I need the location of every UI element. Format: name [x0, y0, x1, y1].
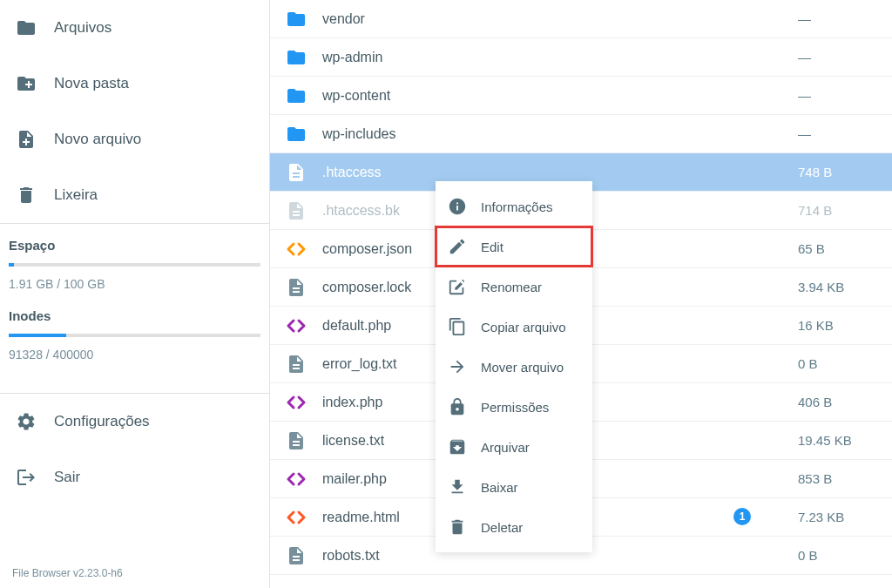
file-size: —: [798, 88, 876, 103]
sidebar-item-files[interactable]: Arquivos: [0, 0, 269, 56]
file-name: wp-content: [322, 88, 798, 104]
file-size: —: [798, 50, 876, 64]
logout-icon: [16, 467, 37, 488]
notification-badge[interactable]: 1: [733, 508, 751, 525]
file-name: wp-includes: [322, 126, 798, 142]
menu-label: Copiar arquivo: [481, 320, 566, 335]
folder-plus-icon: [16, 73, 37, 94]
file-plus-icon: [16, 129, 37, 150]
download-icon: [448, 477, 467, 497]
file-size: 3.94 KB: [798, 280, 876, 294]
file-size: —: [798, 11, 876, 26]
rename-icon: [448, 277, 467, 296]
menu-label: Mover arquivo: [481, 360, 564, 375]
main-panel: vendor—wp-admin—wp-content—wp-includes—.…: [270, 0, 892, 588]
info-icon: [448, 197, 467, 216]
file-size: 65 B: [798, 241, 876, 256]
sidebar-item-label: Sair: [54, 469, 80, 486]
menu-move[interactable]: Mover arquivo: [436, 347, 592, 387]
menu-label: Informações: [481, 199, 553, 214]
file-row[interactable]: wp-content—: [270, 77, 892, 115]
file-size: 16 KB: [798, 318, 876, 333]
sidebar-item-label: Novo arquivo: [54, 131, 141, 148]
file-size: 19.45 KB: [798, 433, 876, 448]
file-size: 714 B: [798, 203, 876, 218]
menu-delete[interactable]: Deletar: [436, 507, 592, 547]
archive-icon: [448, 437, 467, 456]
menu-label: Deletar: [481, 520, 523, 535]
inodes-progress: [9, 334, 260, 337]
file-size: 406 B: [798, 395, 876, 409]
menu-info[interactable]: Informações: [436, 186, 592, 226]
menu-label: Edit: [481, 240, 503, 254]
menu-rename[interactable]: Renomear: [436, 267, 592, 307]
file-row[interactable]: wp-admin—: [270, 38, 892, 77]
file-size: —: [798, 126, 876, 141]
space-progress: [9, 263, 260, 267]
trash-icon: [16, 185, 37, 206]
sidebar-item-trash[interactable]: Lixeira: [0, 167, 269, 223]
menu-permissions[interactable]: Permissões: [436, 387, 592, 427]
sidebar-item-label: Nova pasta: [54, 75, 129, 92]
context-menu: Informações Edit Renomear Copiar arquivo…: [436, 181, 592, 552]
stats-space: Espaço 1.91 GB / 100 GB Inodes 91328 / 4…: [0, 224, 269, 393]
sidebar-item-new-file[interactable]: Novo arquivo: [0, 112, 269, 167]
sidebar-item-label: Lixeira: [54, 186, 98, 204]
lock-icon: [448, 397, 467, 416]
delete-icon: [448, 517, 467, 537]
file-size: 7.23 KB: [798, 510, 876, 524]
version-label: File Browser v2.23.0-h6: [0, 558, 269, 588]
file-size: 748 B: [798, 165, 876, 179]
edit-icon: [448, 237, 467, 256]
file-name: wp-admin: [322, 50, 798, 65]
menu-archive[interactable]: Arquivar: [436, 427, 592, 467]
sidebar-item-logout[interactable]: Sair: [0, 449, 269, 505]
space-label: Espaço: [9, 238, 260, 253]
gear-icon: [16, 411, 37, 432]
file-name: .htaccess: [322, 165, 798, 180]
space-value: 1.91 GB / 100 GB: [9, 277, 260, 291]
menu-label: Arquivar: [481, 440, 530, 455]
menu-edit[interactable]: Edit: [436, 226, 592, 267]
file-size: 0 B: [798, 356, 876, 371]
menu-copy[interactable]: Copiar arquivo: [436, 307, 592, 347]
menu-label: Renomear: [481, 280, 542, 294]
file-row[interactable]: wp-includes—: [270, 115, 892, 153]
file-size: 853 B: [798, 471, 876, 486]
menu-download[interactable]: Baixar: [436, 467, 592, 507]
folder-icon: [16, 17, 37, 38]
menu-label: Permissões: [481, 400, 549, 415]
file-size: 0 B: [798, 548, 876, 563]
menu-label: Baixar: [481, 480, 518, 495]
move-icon: [448, 357, 467, 376]
sidebar-item-label: Arquivos: [54, 19, 112, 37]
inodes-label: Inodes: [9, 308, 260, 323]
inodes-value: 91328 / 400000: [9, 348, 260, 362]
copy-icon: [448, 317, 467, 336]
sidebar-item-label: Configurações: [54, 413, 150, 430]
file-row[interactable]: vendor—: [270, 0, 892, 38]
sidebar: Arquivos Nova pasta Novo arquivo Lixeira…: [0, 0, 270, 588]
sidebar-item-new-folder[interactable]: Nova pasta: [0, 56, 269, 112]
sidebar-item-settings[interactable]: Configurações: [0, 394, 269, 449]
file-name: vendor: [322, 11, 798, 27]
